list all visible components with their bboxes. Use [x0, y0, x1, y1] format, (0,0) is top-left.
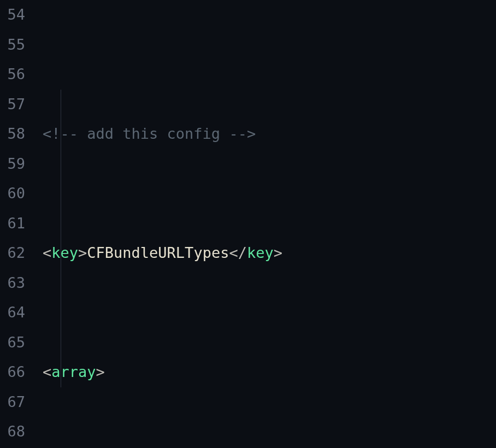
line-number: 67 [0, 387, 25, 417]
line-number: 60 [0, 179, 25, 209]
line-number: 55 [0, 30, 25, 60]
xml-tag-array: array [51, 363, 96, 380]
xml-comment: <!-- add this config --> [43, 125, 256, 142]
line-number: 65 [0, 328, 25, 358]
code-line: <array> [43, 357, 496, 387]
line-number: 54 [0, 0, 25, 30]
code-line: <!-- add this config --> [43, 119, 496, 149]
line-number: 57 [0, 90, 25, 120]
plist-key: CFBundleURLTypes [87, 244, 229, 261]
line-number: 66 [0, 357, 25, 387]
line-number: 68 [0, 417, 25, 447]
code-line: <key>CFBundleURLTypes</key> [43, 238, 496, 268]
code-editor[interactable]: 54 55 56 57 58 59 60 61 62 63 64 65 66 6… [0, 0, 496, 448]
line-number: 64 [0, 298, 25, 328]
line-number: 59 [0, 149, 25, 179]
indent-guide [61, 90, 61, 387]
code-content[interactable]: <!-- add this config --> <key>CFBundleUR… [35, 0, 496, 448]
line-number: 58 [0, 119, 25, 149]
line-number: 63 [0, 268, 25, 298]
line-number: 56 [0, 60, 25, 90]
line-number: 62 [0, 238, 25, 268]
line-number: 61 [0, 209, 25, 239]
line-number-gutter: 54 55 56 57 58 59 60 61 62 63 64 65 66 6… [0, 0, 35, 448]
xml-tag-key: key [51, 244, 78, 261]
